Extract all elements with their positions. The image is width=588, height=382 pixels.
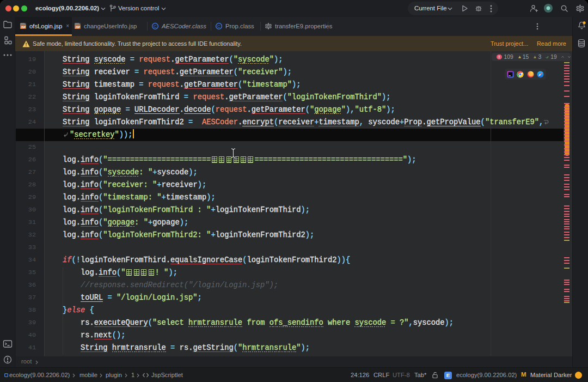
svg-text:JSP: JSP	[21, 26, 26, 29]
svg-text:JSP: JSP	[75, 26, 81, 29]
svg-text:C: C	[154, 23, 157, 28]
svg-text:C: C	[217, 23, 220, 28]
